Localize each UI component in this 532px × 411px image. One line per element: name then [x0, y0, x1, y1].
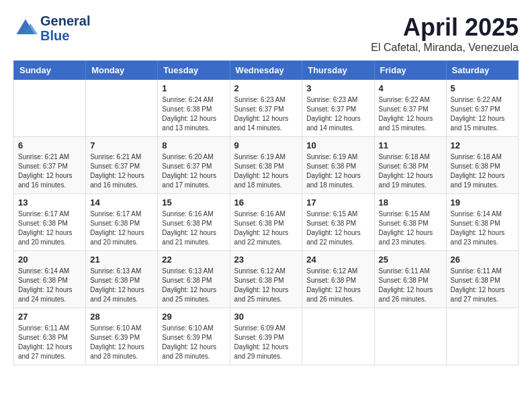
- calendar-header-row: SundayMondayTuesdayWednesdayThursdayFrid…: [14, 61, 519, 80]
- day-header-wednesday: Wednesday: [230, 61, 302, 80]
- day-info: Sunrise: 6:19 AM Sunset: 6:38 PM Dayligh…: [306, 152, 369, 190]
- day-info: Sunrise: 6:14 AM Sunset: 6:38 PM Dayligh…: [18, 267, 81, 304]
- calendar-cell: 22Sunrise: 6:13 AM Sunset: 6:38 PM Dayli…: [158, 251, 230, 308]
- day-number: 7: [90, 140, 153, 150]
- calendar-cell: [446, 308, 518, 365]
- day-info: Sunrise: 6:16 AM Sunset: 6:38 PM Dayligh…: [162, 210, 225, 247]
- day-number: 30: [234, 312, 298, 322]
- day-header-saturday: Saturday: [446, 61, 518, 80]
- day-info: Sunrise: 6:23 AM Sunset: 6:37 PM Dayligh…: [234, 95, 298, 133]
- calendar-cell: 8Sunrise: 6:20 AM Sunset: 6:37 PM Daylig…: [158, 137, 230, 194]
- calendar-cell: 14Sunrise: 6:17 AM Sunset: 6:38 PM Dayli…: [86, 194, 158, 251]
- calendar-cell: 29Sunrise: 6:10 AM Sunset: 6:39 PM Dayli…: [158, 308, 230, 365]
- calendar-cell: 2Sunrise: 6:23 AM Sunset: 6:37 PM Daylig…: [230, 80, 302, 137]
- calendar-cell: 4Sunrise: 6:22 AM Sunset: 6:37 PM Daylig…: [374, 80, 446, 137]
- day-number: 9: [234, 140, 298, 150]
- calendar-cell: 17Sunrise: 6:15 AM Sunset: 6:38 PM Dayli…: [302, 194, 374, 251]
- calendar-cell: 6Sunrise: 6:21 AM Sunset: 6:37 PM Daylig…: [14, 137, 86, 194]
- subtitle: El Cafetal, Miranda, Venezuela: [371, 42, 519, 54]
- day-info: Sunrise: 6:10 AM Sunset: 6:39 PM Dayligh…: [162, 324, 225, 361]
- day-info: Sunrise: 6:09 AM Sunset: 6:39 PM Dayligh…: [234, 324, 298, 361]
- day-info: Sunrise: 6:11 AM Sunset: 6:38 PM Dayligh…: [451, 267, 514, 304]
- day-info: Sunrise: 6:19 AM Sunset: 6:38 PM Dayligh…: [234, 152, 298, 190]
- day-info: Sunrise: 6:16 AM Sunset: 6:38 PM Dayligh…: [234, 210, 298, 247]
- calendar-cell: 21Sunrise: 6:13 AM Sunset: 6:38 PM Dayli…: [86, 251, 158, 308]
- day-number: 6: [18, 140, 81, 150]
- day-number: 22: [162, 255, 225, 265]
- day-info: Sunrise: 6:21 AM Sunset: 6:37 PM Dayligh…: [90, 152, 153, 190]
- calendar-cell: 23Sunrise: 6:12 AM Sunset: 6:38 PM Dayli…: [230, 251, 302, 308]
- logo: General Blue: [13, 13, 90, 43]
- calendar-week-row: 1Sunrise: 6:24 AM Sunset: 6:38 PM Daylig…: [14, 80, 519, 137]
- day-info: Sunrise: 6:13 AM Sunset: 6:38 PM Dayligh…: [90, 267, 153, 304]
- day-number: 1: [162, 83, 225, 93]
- calendar-cell: 18Sunrise: 6:15 AM Sunset: 6:38 PM Dayli…: [374, 194, 446, 251]
- day-header-friday: Friday: [374, 61, 446, 80]
- day-header-monday: Monday: [86, 61, 158, 80]
- calendar-cell: 5Sunrise: 6:22 AM Sunset: 6:37 PM Daylig…: [446, 80, 518, 137]
- day-info: Sunrise: 6:11 AM Sunset: 6:38 PM Dayligh…: [18, 324, 81, 361]
- calendar-cell: 28Sunrise: 6:10 AM Sunset: 6:39 PM Dayli…: [86, 308, 158, 365]
- day-info: Sunrise: 6:15 AM Sunset: 6:38 PM Dayligh…: [306, 210, 369, 247]
- logo-text-general: General: [40, 13, 90, 28]
- calendar-cell: 3Sunrise: 6:23 AM Sunset: 6:37 PM Daylig…: [302, 80, 374, 137]
- day-number: 19: [451, 197, 514, 208]
- logo-text-blue: Blue: [40, 28, 90, 43]
- calendar-cell: [14, 80, 86, 137]
- calendar-cell: 15Sunrise: 6:16 AM Sunset: 6:38 PM Dayli…: [158, 194, 230, 251]
- calendar-cell: 24Sunrise: 6:12 AM Sunset: 6:38 PM Dayli…: [302, 251, 374, 308]
- day-number: 14: [90, 197, 153, 208]
- day-info: Sunrise: 6:12 AM Sunset: 6:38 PM Dayligh…: [234, 267, 298, 304]
- day-number: 23: [234, 255, 298, 265]
- day-header-tuesday: Tuesday: [158, 61, 230, 80]
- calendar-cell: 20Sunrise: 6:14 AM Sunset: 6:38 PM Dayli…: [14, 251, 86, 308]
- day-number: 2: [234, 83, 298, 93]
- day-number: 8: [162, 140, 225, 150]
- day-info: Sunrise: 6:24 AM Sunset: 6:38 PM Dayligh…: [162, 95, 225, 133]
- calendar-week-row: 27Sunrise: 6:11 AM Sunset: 6:38 PM Dayli…: [14, 308, 519, 365]
- calendar-cell: 26Sunrise: 6:11 AM Sunset: 6:38 PM Dayli…: [446, 251, 518, 308]
- day-number: 18: [379, 197, 442, 208]
- day-info: Sunrise: 6:15 AM Sunset: 6:38 PM Dayligh…: [379, 210, 442, 247]
- day-info: Sunrise: 6:13 AM Sunset: 6:38 PM Dayligh…: [162, 267, 225, 304]
- calendar-cell: [374, 308, 446, 365]
- day-number: 16: [234, 197, 298, 208]
- calendar-cell: 11Sunrise: 6:18 AM Sunset: 6:38 PM Dayli…: [374, 137, 446, 194]
- day-number: 10: [306, 140, 369, 150]
- day-number: 26: [451, 255, 514, 265]
- day-number: 29: [162, 312, 225, 322]
- day-header-sunday: Sunday: [14, 61, 86, 80]
- main-title: April 2025: [371, 13, 519, 42]
- day-info: Sunrise: 6:10 AM Sunset: 6:39 PM Dayligh…: [90, 324, 153, 361]
- day-number: 17: [306, 197, 369, 208]
- day-number: 28: [90, 312, 153, 322]
- day-number: 15: [162, 197, 225, 208]
- calendar-cell: 12Sunrise: 6:18 AM Sunset: 6:38 PM Dayli…: [446, 137, 518, 194]
- calendar-week-row: 20Sunrise: 6:14 AM Sunset: 6:38 PM Dayli…: [14, 251, 519, 308]
- day-info: Sunrise: 6:12 AM Sunset: 6:38 PM Dayligh…: [306, 267, 369, 304]
- calendar-cell: 30Sunrise: 6:09 AM Sunset: 6:39 PM Dayli…: [230, 308, 302, 365]
- calendar-table: SundayMondayTuesdayWednesdayThursdayFrid…: [13, 60, 519, 365]
- day-info: Sunrise: 6:21 AM Sunset: 6:37 PM Dayligh…: [18, 152, 81, 190]
- day-number: 5: [451, 83, 514, 93]
- day-info: Sunrise: 6:14 AM Sunset: 6:38 PM Dayligh…: [451, 210, 514, 247]
- day-number: 27: [18, 312, 81, 322]
- calendar-cell: 16Sunrise: 6:16 AM Sunset: 6:38 PM Dayli…: [230, 194, 302, 251]
- day-info: Sunrise: 6:17 AM Sunset: 6:38 PM Dayligh…: [90, 210, 153, 247]
- day-number: 4: [379, 83, 442, 93]
- day-info: Sunrise: 6:23 AM Sunset: 6:37 PM Dayligh…: [306, 95, 369, 133]
- calendar-cell: 9Sunrise: 6:19 AM Sunset: 6:38 PM Daylig…: [230, 137, 302, 194]
- day-number: 3: [306, 83, 369, 93]
- day-number: 24: [306, 255, 369, 265]
- title-block: April 2025 El Cafetal, Miranda, Venezuel…: [371, 13, 519, 54]
- day-number: 20: [18, 255, 81, 265]
- day-info: Sunrise: 6:18 AM Sunset: 6:38 PM Dayligh…: [451, 152, 514, 190]
- day-info: Sunrise: 6:17 AM Sunset: 6:38 PM Dayligh…: [18, 210, 81, 247]
- calendar-cell: 1Sunrise: 6:24 AM Sunset: 6:38 PM Daylig…: [158, 80, 230, 137]
- day-header-thursday: Thursday: [302, 61, 374, 80]
- calendar-week-row: 6Sunrise: 6:21 AM Sunset: 6:37 PM Daylig…: [14, 137, 519, 194]
- calendar-cell: 7Sunrise: 6:21 AM Sunset: 6:37 PM Daylig…: [86, 137, 158, 194]
- day-number: 25: [379, 255, 442, 265]
- calendar-week-row: 13Sunrise: 6:17 AM Sunset: 6:38 PM Dayli…: [14, 194, 519, 251]
- page-header: General Blue April 2025 El Cafetal, Mira…: [13, 13, 519, 54]
